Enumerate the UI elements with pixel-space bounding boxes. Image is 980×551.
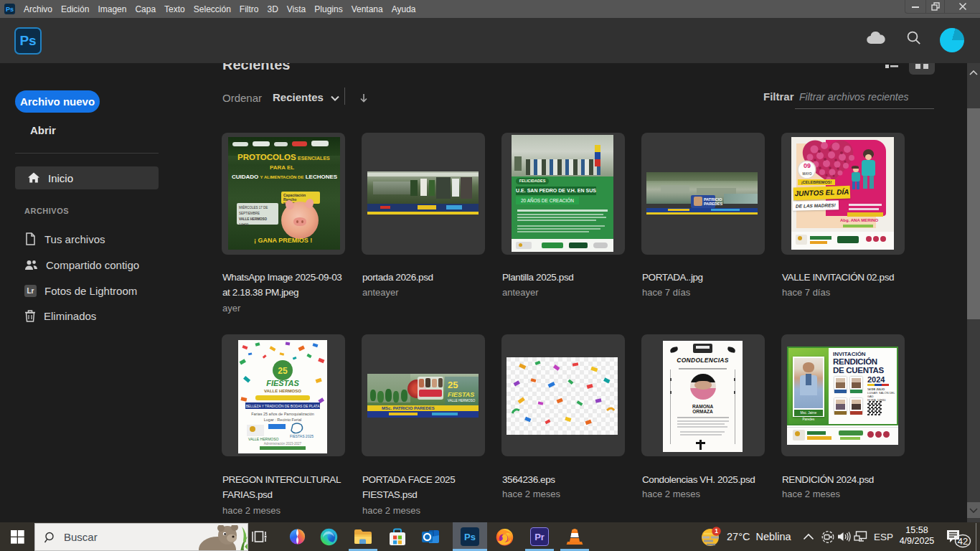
- svg-text:1: 1: [715, 527, 718, 534]
- svg-text:42: 42: [958, 536, 968, 547]
- svg-text:FIESTAS 2025: FIESTAS 2025: [290, 434, 314, 438]
- svg-text:Farias 25 años de Parroquiali: Farias 25 años de Parroquialización: [251, 412, 314, 416]
- svg-text:Administración 2023-2027: Administración 2023-2027: [264, 442, 302, 446]
- svg-text:VALLE HERMOSO: VALLE HERMOSO: [264, 389, 301, 393]
- svg-text:BELLEZA Y TRADICIÓN DE BODAS D: BELLEZA Y TRADICIÓN DE BODAS DE PLATA: [246, 404, 321, 408]
- svg-text:Lugar : Recinto Ferial: Lugar : Recinto Ferial: [264, 418, 302, 422]
- svg-text:VALLE HERMOSO: VALLE HERMOSO: [248, 437, 279, 441]
- svg-text:25: 25: [278, 366, 288, 376]
- svg-text:FIESTAS: FIESTAS: [266, 379, 299, 387]
